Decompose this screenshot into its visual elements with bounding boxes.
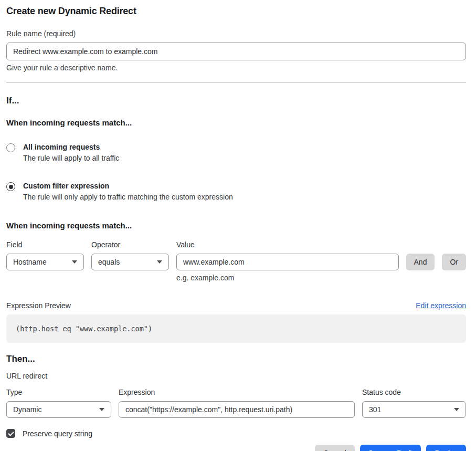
operator-select[interactable]: equals xyxy=(91,254,169,270)
then-heading: Then... xyxy=(6,354,466,364)
radio-option-texts: All incoming requests The rule will appl… xyxy=(23,143,119,162)
type-select[interactable]: Dynamic xyxy=(6,401,111,418)
save-as-draft-button[interactable]: Save as Draft xyxy=(360,445,421,451)
field-select[interactable]: Hostname xyxy=(6,254,84,270)
status-code-label: Status code xyxy=(362,388,466,397)
chevron-down-icon xyxy=(157,260,162,264)
or-button[interactable]: Or xyxy=(442,254,466,270)
match-heading: When incoming requests match... xyxy=(6,118,466,127)
field-column: Field Hostname xyxy=(6,240,84,282)
expression-preview-box: (http.host eq "www.example.com") xyxy=(6,314,466,343)
rule-name-help: Give your rule a descriptive name. xyxy=(6,64,466,72)
all-incoming-requests-radio[interactable] xyxy=(6,143,15,152)
section-divider xyxy=(6,82,466,83)
expression-column: Expression xyxy=(119,388,355,418)
preserve-query-string-row[interactable]: Preserve query string xyxy=(6,429,92,438)
rule-name-label: Rule name (required) xyxy=(6,29,466,38)
field-select-value: Hostname xyxy=(13,258,47,266)
expression-preview-code: (http.host eq "www.example.com") xyxy=(16,324,152,333)
cancel-button[interactable]: Cancel xyxy=(315,445,355,451)
custom-filter-expression-radio[interactable] xyxy=(6,182,15,191)
value-label: Value xyxy=(176,240,399,249)
all-incoming-requests-description: The rule will apply to all traffic xyxy=(23,154,119,162)
redirect-config-row: Type Dynamic Expression Status code 301 xyxy=(6,388,466,418)
expression-preview-label: Expression Preview xyxy=(6,301,71,310)
expression-preview-header: Expression Preview Edit expression xyxy=(6,301,466,310)
status-code-column: Status code 301 xyxy=(362,388,466,418)
expression-label: Expression xyxy=(119,388,355,397)
type-column: Type Dynamic xyxy=(6,388,111,418)
all-incoming-requests-label: All incoming requests xyxy=(23,143,119,151)
chevron-down-icon xyxy=(454,408,459,411)
chevron-down-icon xyxy=(72,260,77,264)
custom-filter-expression-label: Custom filter expression xyxy=(23,182,233,190)
type-select-value: Dynamic xyxy=(13,405,41,414)
create-redirect-form: Create new Dynamic Redirect Rule name (r… xyxy=(0,6,476,451)
preserve-query-string-label: Preserve query string xyxy=(23,429,92,438)
builder-heading: When incoming requests match... xyxy=(6,221,466,230)
form-actions: Cancel Save as Draft Deploy xyxy=(6,445,466,451)
field-label: Field xyxy=(6,240,84,249)
custom-filter-expression-description: The rule will only apply to traffic matc… xyxy=(23,193,233,201)
operator-column: Operator equals xyxy=(91,240,169,282)
value-help: e.g. example.com xyxy=(176,274,399,282)
page-title: Create new Dynamic Redirect xyxy=(6,6,466,17)
and-button[interactable]: And xyxy=(406,254,435,270)
value-column: Value e.g. example.com xyxy=(176,240,399,282)
status-code-select-value: 301 xyxy=(369,405,381,414)
chevron-down-icon xyxy=(99,408,104,411)
expression-input[interactable] xyxy=(119,401,355,418)
url-redirect-label: URL redirect xyxy=(6,372,466,380)
radio-option-custom-filter-expression[interactable]: Custom filter expression The rule will o… xyxy=(6,182,466,201)
preserve-query-string-checkbox[interactable] xyxy=(6,429,15,438)
value-input[interactable] xyxy=(176,254,399,270)
operator-label: Operator xyxy=(91,240,169,249)
filter-builder-row: Field Hostname Operator equals Value e.g… xyxy=(6,240,466,282)
rule-name-input[interactable] xyxy=(6,43,466,60)
status-code-select[interactable]: 301 xyxy=(362,401,466,418)
radio-option-texts: Custom filter expression The rule will o… xyxy=(23,182,233,201)
type-label: Type xyxy=(6,388,111,397)
edit-expression-link[interactable]: Edit expression xyxy=(416,301,466,310)
deploy-button[interactable]: Deploy xyxy=(426,445,466,451)
if-heading: If... xyxy=(6,96,466,106)
radio-option-all-incoming-requests[interactable]: All incoming requests The rule will appl… xyxy=(6,143,466,162)
operator-select-value: equals xyxy=(98,258,120,266)
